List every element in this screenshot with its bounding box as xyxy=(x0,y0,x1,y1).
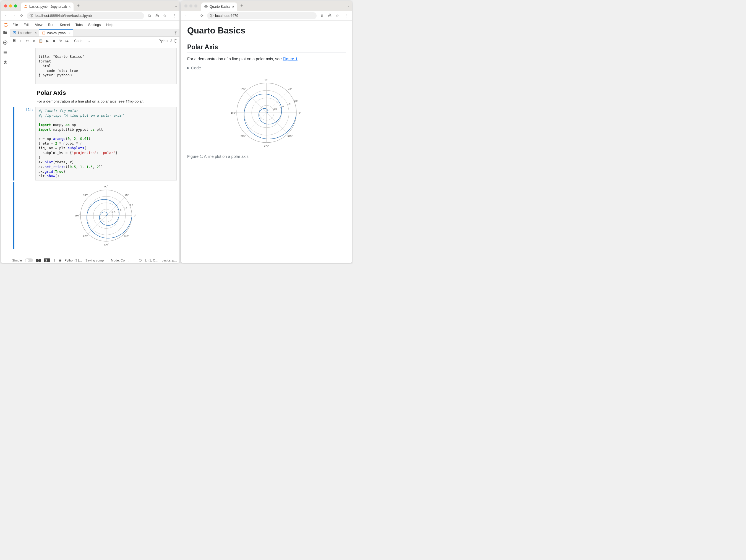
forward-button[interactable]: → xyxy=(11,13,16,18)
zoom-window-icon[interactable] xyxy=(14,4,17,7)
jupyter-favicon xyxy=(24,5,28,8)
reload-button[interactable]: ⟳ xyxy=(199,13,204,18)
address-bar-right: ← → ⟳ ⓘ localhost:4479 ⧉ ☆ ⋮ xyxy=(181,11,352,21)
cell-prompt: [1]: xyxy=(23,107,35,180)
svg-rect-3 xyxy=(5,42,6,43)
tab-overflow-icon[interactable]: ⌄ xyxy=(347,4,350,8)
preview-content[interactable]: Quarto Basics Polar Axis For a demonstra… xyxy=(181,21,352,263)
menu-help[interactable]: Help xyxy=(104,22,116,28)
tab-settings-icon[interactable] xyxy=(171,29,179,36)
close-tab-launcher-icon[interactable]: × xyxy=(35,31,37,35)
zoom-window-icon[interactable] xyxy=(194,4,197,7)
code-fold-toggle[interactable]: ▶ Code xyxy=(187,65,346,70)
sb-kernel[interactable]: Python 3 |… xyxy=(65,259,82,262)
forward-button[interactable]: → xyxy=(192,13,197,18)
sb-ln[interactable]: Ln 1, C… xyxy=(145,259,159,262)
page-title: Quarto Basics xyxy=(187,26,346,36)
svg-line-55 xyxy=(246,113,266,134)
kernel-indicator[interactable]: Python 3 xyxy=(159,39,177,43)
browser-menu-icon[interactable]: ⋮ xyxy=(344,13,349,18)
window-controls-inactive[interactable] xyxy=(183,4,197,7)
site-info-icon[interactable]: ⓘ xyxy=(210,13,213,18)
jupyter-logo-icon[interactable] xyxy=(2,22,10,27)
svg-text:0°: 0° xyxy=(298,111,301,114)
close-window-icon[interactable] xyxy=(4,4,7,7)
svg-text:270°: 270° xyxy=(104,243,109,246)
browser-menu-icon[interactable]: ⋮ xyxy=(172,13,177,18)
menu-file[interactable]: File xyxy=(10,22,21,28)
extensions-icon[interactable] xyxy=(3,60,8,65)
back-button[interactable]: ← xyxy=(4,13,8,18)
open-external-icon[interactable]: ⧉ xyxy=(319,13,324,18)
new-tab-button[interactable]: + xyxy=(240,3,243,9)
run-all-icon[interactable]: ▸▸ xyxy=(65,39,69,43)
tab-overflow-icon[interactable]: ⌄ xyxy=(175,4,177,8)
run-icon[interactable]: ▶ xyxy=(45,39,49,43)
menu-run[interactable]: Run xyxy=(45,22,57,28)
menu-kernel[interactable]: Kernel xyxy=(57,22,73,28)
paste-icon[interactable]: 📋 xyxy=(39,39,42,43)
errors-count[interactable]: 0 xyxy=(36,259,41,262)
figure-link[interactable]: Figure 1 xyxy=(283,57,297,61)
svg-text:45°: 45° xyxy=(125,194,128,197)
minimize-window-icon[interactable] xyxy=(190,4,193,7)
output-cell: 0°45°90°135°180°225°270°315°0.51.01.52.0 xyxy=(13,182,177,249)
back-button[interactable]: ← xyxy=(184,13,189,18)
menu-view[interactable]: View xyxy=(32,22,45,28)
triangle-right-icon: ▶ xyxy=(187,66,190,70)
raw-cell[interactable]: --- title: "Quarto Basics" format: html:… xyxy=(13,48,177,84)
svg-text:2.0: 2.0 xyxy=(294,99,297,102)
cell-type-select[interactable]: Code ⌄ xyxy=(72,38,92,43)
add-cell-icon[interactable]: + xyxy=(19,39,23,43)
code-cell-content[interactable]: #| label: fig-polar #| fig-cap: "A line … xyxy=(35,107,177,180)
tab-notebook[interactable]: basics.ipynb × xyxy=(39,29,73,36)
simple-toggle[interactable] xyxy=(25,259,33,262)
browser-tab-active[interactable]: Quarto Basics × xyxy=(201,2,237,11)
window-controls[interactable] xyxy=(3,4,17,7)
site-info-icon[interactable]: ⓘ xyxy=(30,13,33,18)
markdown-cell[interactable]: Polar Axis For a demonstration of a line… xyxy=(13,86,177,105)
running-icon[interactable] xyxy=(3,40,8,45)
close-tab-notebook-icon[interactable]: × xyxy=(68,31,70,35)
svg-text:2.0: 2.0 xyxy=(130,204,133,206)
cut-icon[interactable]: ✂ xyxy=(25,39,29,43)
svg-text:0.5: 0.5 xyxy=(112,211,115,214)
terminal-icon[interactable]: $_ xyxy=(44,259,50,262)
svg-text:1.5: 1.5 xyxy=(287,102,291,105)
globe-favicon xyxy=(204,5,208,8)
stop-icon[interactable]: ■ xyxy=(52,39,56,43)
notebook-toolbar: + ✂ ⧉ 📋 ▶ ■ ↻ ▸▸ Code ⌄ Python 3 xyxy=(10,37,179,45)
share-icon[interactable] xyxy=(154,13,160,18)
open-external-icon[interactable]: ⧉ xyxy=(147,13,152,18)
code-cell[interactable]: [1]: #| label: fig-polar #| fig-cap: "A … xyxy=(13,107,177,180)
share-icon[interactable] xyxy=(327,13,332,18)
url-input[interactable]: ⓘ localhost:4479 xyxy=(207,12,317,19)
polar-plot-figure: 0°45°90°135°180°225°270°315°0.51.01.52.0 xyxy=(75,184,138,247)
svg-text:135°: 135° xyxy=(240,88,246,91)
menu-edit[interactable]: Edit xyxy=(21,22,32,28)
toc-icon[interactable] xyxy=(3,50,8,55)
svg-rect-11 xyxy=(13,39,15,40)
svg-text:180°: 180° xyxy=(75,214,80,217)
bookmark-icon[interactable]: ☆ xyxy=(162,13,167,18)
url-input[interactable]: ⓘ localhost:8888/lab/tree/basics.ipynb xyxy=(27,12,144,19)
bookmark-icon[interactable]: ☆ xyxy=(335,13,340,18)
file-browser-icon[interactable] xyxy=(3,30,8,35)
restart-icon[interactable]: ↻ xyxy=(59,39,62,43)
close-window-icon[interactable] xyxy=(184,4,188,7)
save-icon[interactable] xyxy=(12,38,16,43)
notebook-area[interactable]: --- title: "Quarto Basics" format: html:… xyxy=(10,45,179,257)
minimize-window-icon[interactable] xyxy=(9,4,12,7)
close-tab-icon[interactable]: × xyxy=(232,5,234,9)
menu-tabs[interactable]: Tabs xyxy=(73,22,85,28)
svg-text:270°: 270° xyxy=(264,145,269,147)
new-tab-button[interactable]: + xyxy=(77,3,80,9)
copy-icon[interactable]: ⧉ xyxy=(32,39,36,43)
reload-button[interactable]: ⟳ xyxy=(19,13,24,18)
tab-launcher[interactable]: Launcher × xyxy=(10,29,39,36)
raw-cell-content[interactable]: --- title: "Quarto Basics" format: html:… xyxy=(35,48,177,84)
trusted-icon[interactable]: ⬡ xyxy=(139,259,142,262)
browser-tab-active[interactable]: basics.ipynb - JupyterLab × xyxy=(21,2,74,11)
close-tab-icon[interactable]: × xyxy=(68,5,71,9)
menu-settings[interactable]: Settings xyxy=(85,22,104,28)
